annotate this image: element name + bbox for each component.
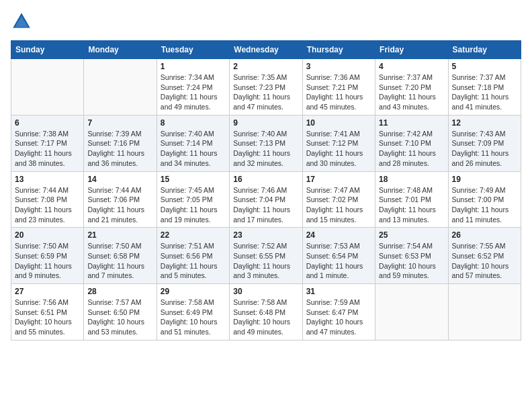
day-info: Sunrise: 7:50 AMSunset: 6:59 PMDaylight:… [15,241,80,281]
page-header [11,11,521,32]
day-info: Sunrise: 7:47 AMSunset: 7:02 PMDaylight:… [306,185,371,225]
day-info: Sunrise: 7:41 AMSunset: 7:12 PMDaylight:… [306,129,371,169]
day-number: 16 [233,175,298,184]
day-number: 15 [161,175,226,184]
day-number: 28 [87,287,152,296]
calendar-header-wednesday: Wednesday [230,41,302,59]
day-info: Sunrise: 7:44 AMSunset: 7:08 PMDaylight:… [15,185,80,225]
calendar-day-cell: 2Sunrise: 7:35 AMSunset: 7:23 PMDaylight… [230,59,302,116]
day-info: Sunrise: 7:49 AMSunset: 7:00 PMDaylight:… [452,185,517,225]
day-info: Sunrise: 7:37 AMSunset: 7:20 PMDaylight:… [379,73,444,112]
day-info: Sunrise: 7:46 AMSunset: 7:04 PMDaylight:… [233,185,298,225]
calendar-day-cell: 8Sunrise: 7:40 AMSunset: 7:14 PMDaylight… [157,115,229,171]
calendar-day-cell: 15Sunrise: 7:45 AMSunset: 7:05 PMDayligh… [157,171,229,228]
day-number: 23 [233,230,298,240]
calendar-day-cell: 19Sunrise: 7:49 AMSunset: 7:00 PMDayligh… [448,171,521,228]
calendar-header-sunday: Sunday [11,41,84,59]
calendar-day-cell: 13Sunrise: 7:44 AMSunset: 7:08 PMDayligh… [11,171,84,228]
day-number: 26 [452,230,517,240]
day-info: Sunrise: 7:48 AMSunset: 7:01 PMDaylight:… [379,185,444,225]
calendar-day-cell: 5Sunrise: 7:37 AMSunset: 7:18 PMDaylight… [448,59,521,116]
calendar-header-tuesday: Tuesday [157,41,229,59]
day-number: 6 [15,118,80,128]
calendar-header-monday: Monday [84,41,157,59]
calendar-day-cell: 11Sunrise: 7:42 AMSunset: 7:10 PMDayligh… [375,115,448,171]
calendar-day-cell: 21Sunrise: 7:50 AMSunset: 6:58 PMDayligh… [84,228,157,284]
calendar-day-cell: 4Sunrise: 7:37 AMSunset: 7:20 PMDaylight… [375,59,448,116]
calendar-day-cell: 10Sunrise: 7:41 AMSunset: 7:12 PMDayligh… [302,115,375,171]
day-number: 24 [306,230,371,240]
day-info: Sunrise: 7:57 AMSunset: 6:50 PMDaylight:… [87,298,152,337]
day-number: 18 [379,175,444,184]
day-number: 2 [233,62,298,71]
calendar-day-cell: 16Sunrise: 7:46 AMSunset: 7:04 PMDayligh… [230,171,302,228]
calendar-day-cell: 1Sunrise: 7:34 AMSunset: 7:24 PMDaylight… [157,59,229,116]
day-number: 14 [87,175,152,184]
calendar-day-cell: 7Sunrise: 7:39 AMSunset: 7:16 PMDaylight… [84,115,157,171]
day-info: Sunrise: 7:36 AMSunset: 7:21 PMDaylight:… [306,73,371,112]
day-number: 11 [379,118,444,128]
day-number: 10 [306,118,371,128]
day-number: 5 [452,62,517,71]
calendar-day-cell: 29Sunrise: 7:58 AMSunset: 6:49 PMDayligh… [157,284,229,340]
day-info: Sunrise: 7:56 AMSunset: 6:51 PMDaylight:… [15,298,80,337]
day-info: Sunrise: 7:45 AMSunset: 7:05 PMDaylight:… [161,185,226,225]
day-number: 30 [233,287,298,296]
calendar-day-cell: 25Sunrise: 7:54 AMSunset: 6:53 PMDayligh… [375,228,448,284]
day-info: Sunrise: 7:55 AMSunset: 6:52 PMDaylight:… [452,241,517,281]
calendar-header-friday: Friday [375,41,448,59]
calendar-day-cell: 12Sunrise: 7:43 AMSunset: 7:09 PMDayligh… [448,115,521,171]
calendar-day-cell: 17Sunrise: 7:47 AMSunset: 7:02 PMDayligh… [302,171,375,228]
day-info: Sunrise: 7:40 AMSunset: 7:14 PMDaylight:… [161,129,226,169]
day-number: 4 [379,62,444,71]
day-number: 29 [161,287,226,296]
day-number: 22 [161,230,226,240]
calendar-day-cell: 26Sunrise: 7:55 AMSunset: 6:52 PMDayligh… [448,228,521,284]
day-info: Sunrise: 7:43 AMSunset: 7:09 PMDaylight:… [452,129,517,169]
calendar-header-row: SundayMondayTuesdayWednesdayThursdayFrid… [11,41,521,59]
day-number: 25 [379,230,444,240]
calendar-week-row: 27Sunrise: 7:56 AMSunset: 6:51 PMDayligh… [11,284,521,340]
calendar-day-cell: 28Sunrise: 7:57 AMSunset: 6:50 PMDayligh… [84,284,157,340]
day-number: 17 [306,175,371,184]
day-info: Sunrise: 7:39 AMSunset: 7:16 PMDaylight:… [87,129,152,169]
day-info: Sunrise: 7:58 AMSunset: 6:49 PMDaylight:… [161,298,226,337]
day-number: 1 [161,62,226,71]
calendar-week-row: 13Sunrise: 7:44 AMSunset: 7:08 PMDayligh… [11,171,521,228]
calendar-day-cell: 6Sunrise: 7:38 AMSunset: 7:17 PMDaylight… [11,115,84,171]
calendar-day-cell: 20Sunrise: 7:50 AMSunset: 6:59 PMDayligh… [11,228,84,284]
calendar-week-row: 1Sunrise: 7:34 AMSunset: 7:24 PMDaylight… [11,59,521,116]
day-number: 13 [15,175,80,184]
calendar-day-cell: 31Sunrise: 7:59 AMSunset: 6:47 PMDayligh… [302,284,375,340]
day-info: Sunrise: 7:50 AMSunset: 6:58 PMDaylight:… [87,241,152,281]
logo [11,11,35,32]
calendar-week-row: 20Sunrise: 7:50 AMSunset: 6:59 PMDayligh… [11,228,521,284]
day-info: Sunrise: 7:34 AMSunset: 7:24 PMDaylight:… [161,73,226,112]
day-info: Sunrise: 7:42 AMSunset: 7:10 PMDaylight:… [379,129,444,169]
day-info: Sunrise: 7:35 AMSunset: 7:23 PMDaylight:… [233,73,298,112]
day-info: Sunrise: 7:54 AMSunset: 6:53 PMDaylight:… [379,241,444,281]
day-info: Sunrise: 7:52 AMSunset: 6:55 PMDaylight:… [233,241,298,281]
day-info: Sunrise: 7:40 AMSunset: 7:13 PMDaylight:… [233,129,298,169]
day-info: Sunrise: 7:44 AMSunset: 7:06 PMDaylight:… [87,185,152,225]
day-number: 21 [87,230,152,240]
day-info: Sunrise: 7:53 AMSunset: 6:54 PMDaylight:… [306,241,371,281]
day-number: 27 [15,287,80,296]
calendar-day-cell [84,59,157,116]
calendar-day-cell: 24Sunrise: 7:53 AMSunset: 6:54 PMDayligh… [302,228,375,284]
day-info: Sunrise: 7:38 AMSunset: 7:17 PMDaylight:… [15,129,80,169]
day-number: 3 [306,62,371,71]
calendar-day-cell: 3Sunrise: 7:36 AMSunset: 7:21 PMDaylight… [302,59,375,116]
calendar-week-row: 6Sunrise: 7:38 AMSunset: 7:17 PMDaylight… [11,115,521,171]
calendar-day-cell: 27Sunrise: 7:56 AMSunset: 6:51 PMDayligh… [11,284,84,340]
day-number: 9 [233,118,298,128]
day-number: 20 [15,230,80,240]
calendar-day-cell: 30Sunrise: 7:58 AMSunset: 6:48 PMDayligh… [230,284,302,340]
day-info: Sunrise: 7:58 AMSunset: 6:48 PMDaylight:… [233,298,298,337]
day-number: 12 [452,118,517,128]
day-number: 8 [161,118,226,128]
day-number: 19 [452,175,517,184]
day-number: 31 [306,287,371,296]
calendar-day-cell: 18Sunrise: 7:48 AMSunset: 7:01 PMDayligh… [375,171,448,228]
calendar-day-cell [448,284,521,340]
